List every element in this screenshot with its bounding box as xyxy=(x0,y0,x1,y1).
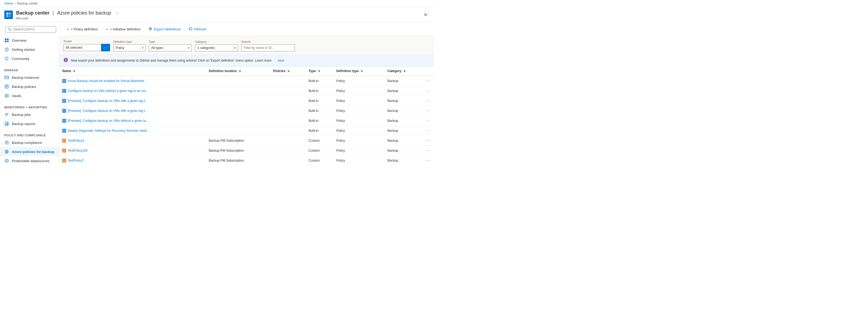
cell-name-2: [Preview]: Configure backup on VMs with … xyxy=(59,96,206,106)
policy-link-5[interactable]: Deploy Diagnostic Settings for Recovery … xyxy=(62,129,202,133)
policy-link-3[interactable]: [Preview]: Configure backup on VMs with … xyxy=(62,109,202,113)
cell-actions-3: ··· xyxy=(423,106,434,116)
row-actions-button-8[interactable]: ··· xyxy=(426,158,431,163)
type-label: Type xyxy=(149,40,192,43)
row-actions-button-6[interactable]: ··· xyxy=(426,138,431,143)
col-policies-sort[interactable]: ⇅ xyxy=(287,70,289,73)
svg-rect-3 xyxy=(9,15,11,17)
svg-rect-5 xyxy=(7,38,9,40)
breadcrumb-current: Backup center xyxy=(17,2,38,5)
info-icon xyxy=(63,58,68,63)
col-name-label: Name xyxy=(62,69,71,73)
policy-link-8[interactable]: TestPolicy7 xyxy=(62,159,202,162)
cell-definition-location-6: Backup PM Subscription xyxy=(206,136,270,146)
cell-type-6: Custom xyxy=(305,136,333,146)
svg-rect-6 xyxy=(5,40,6,42)
header-ellipsis-button[interactable]: ··· xyxy=(113,10,121,17)
policy-link-4[interactable]: [Preview]: Configure backup on VMs witho… xyxy=(62,119,202,122)
protectable-datasources-icon xyxy=(4,158,9,163)
row-actions-button-2[interactable]: ··· xyxy=(426,99,431,103)
table-row: [Preview]: Configure backup on VMs with … xyxy=(59,106,434,116)
sidebar-item-getting-started[interactable]: Getting started xyxy=(0,45,59,54)
policy-link-7[interactable]: TestPolicy104 xyxy=(62,149,202,153)
col-name-sort[interactable]: ⇅ xyxy=(73,70,75,73)
scope-input[interactable] xyxy=(63,44,101,51)
sidebar-item-backup-instances[interactable]: Backup instances xyxy=(0,73,59,82)
policy-link-1[interactable]: Configure backup on VMs without a given … xyxy=(62,89,202,93)
sidebar-item-backup-jobs[interactable]: Backup jobs xyxy=(0,110,59,119)
svg-rect-2 xyxy=(6,15,8,17)
row-actions-button-0[interactable]: ··· xyxy=(426,79,431,83)
svg-rect-22 xyxy=(6,123,7,125)
svg-rect-9 xyxy=(5,76,9,79)
getting-started-icon xyxy=(4,47,9,52)
policy-link-6[interactable]: TestPolicy3 xyxy=(62,139,202,142)
row-actions-button-1[interactable]: ··· xyxy=(426,88,431,93)
info-banner-link[interactable]: here xyxy=(278,59,284,62)
search-input[interactable] xyxy=(13,27,54,31)
initiative-definition-button[interactable]: + + Initiative definition xyxy=(102,25,144,33)
cell-policies-5 xyxy=(270,126,306,136)
sidebar-item-overview[interactable]: Overview xyxy=(0,36,59,45)
sidebar-item-protectable-datasources[interactable]: Protectable datasources xyxy=(0,156,59,163)
row-actions-button-7[interactable]: ··· xyxy=(426,148,431,153)
cell-type-0: Built-in xyxy=(305,76,333,86)
svg-rect-42 xyxy=(63,110,65,112)
col-category-sort[interactable]: ⇅ xyxy=(403,70,406,73)
page-title: Azure policies for backup xyxy=(57,10,111,16)
col-definition-location-label: Definition location xyxy=(209,69,237,73)
category-select[interactable]: 1 categories All categories xyxy=(195,44,238,51)
row-actions-button-3[interactable]: ··· xyxy=(426,108,431,113)
definition-type-select[interactable]: Policy Initiative xyxy=(113,44,146,51)
cell-name-3: [Preview]: Configure backup on VMs with … xyxy=(59,106,206,116)
breadcrumb-home[interactable]: Home xyxy=(4,2,13,5)
col-definition-location-sort[interactable]: ⇅ xyxy=(239,70,241,73)
title-divider: | xyxy=(53,10,54,16)
cell-category-1: Backup xyxy=(384,86,423,96)
cell-name-5: Deploy Diagnostic Settings for Recovery … xyxy=(59,126,206,136)
breadcrumb: Home › Backup center xyxy=(0,0,434,7)
col-type-sort[interactable]: ⇅ xyxy=(318,70,320,73)
sidebar-item-backup-compliance[interactable]: Backup compliance xyxy=(0,138,59,147)
sidebar-item-backup-policies[interactable]: Backup policies xyxy=(0,82,59,91)
table-row: Azure Backup should be enabled for Virtu… xyxy=(59,76,434,86)
add-policy-icon: + xyxy=(67,27,69,31)
cell-definition-location-4 xyxy=(206,116,270,126)
app-icon xyxy=(4,10,13,19)
title-left: Backup center | Azure policies for backu… xyxy=(4,10,121,20)
cell-type-3: Built-in xyxy=(305,106,333,116)
col-name: Name ⇅ xyxy=(59,66,206,76)
row-actions-button-4[interactable]: ··· xyxy=(426,118,431,123)
refresh-button[interactable]: Refresh xyxy=(185,25,210,33)
sidebar-item-community[interactable]: Community xyxy=(0,54,59,63)
backup-reports-icon xyxy=(4,121,9,126)
cell-category-2: Backup xyxy=(384,96,423,106)
cell-definition-type-0: Policy xyxy=(333,76,384,86)
sidebar-item-azure-policies[interactable]: Azure policies for backup xyxy=(0,147,59,156)
category-wrapper: 1 categories All categories xyxy=(195,44,238,51)
policy-link-0[interactable]: Azure Backup should be enabled for Virtu… xyxy=(62,79,202,83)
row-actions-button-5[interactable]: ··· xyxy=(426,128,431,133)
cell-type-2: Built-in xyxy=(305,96,333,106)
policy-definition-button[interactable]: + + Policy definition xyxy=(63,25,101,33)
sidebar-item-backup-reports[interactable]: Backup reports xyxy=(0,119,59,128)
filter-search-group: Search xyxy=(241,40,295,51)
type-select[interactable]: All types Built-in Custom xyxy=(149,44,192,51)
close-button[interactable]: ✕ xyxy=(422,11,430,19)
col-type: Type ⇅ xyxy=(305,66,333,76)
sidebar-item-backup-policies-label: Backup policies xyxy=(12,85,36,89)
filter-search-input[interactable] xyxy=(241,44,295,51)
search-box[interactable]: 🔍 xyxy=(5,26,56,32)
cell-policies-7 xyxy=(270,146,306,156)
col-definition-type-sort[interactable]: ⇅ xyxy=(361,70,363,73)
scope-button[interactable]: ··· xyxy=(101,44,110,51)
cell-definition-type-2: Policy xyxy=(333,96,384,106)
policy-icon-3 xyxy=(62,109,66,113)
policy-link-2[interactable]: [Preview]: Configure backup on VMs with … xyxy=(62,99,202,103)
export-definitions-button[interactable]: Export definitions xyxy=(145,25,184,33)
col-definition-type: Definition type ⇅ xyxy=(333,66,384,76)
filters-row: Scope ··· Definition type Policy Initiat… xyxy=(59,36,434,55)
overview-icon xyxy=(4,38,9,43)
sidebar-item-vaults[interactable]: Vaults xyxy=(0,91,59,100)
cell-category-7: Backup xyxy=(384,146,423,156)
